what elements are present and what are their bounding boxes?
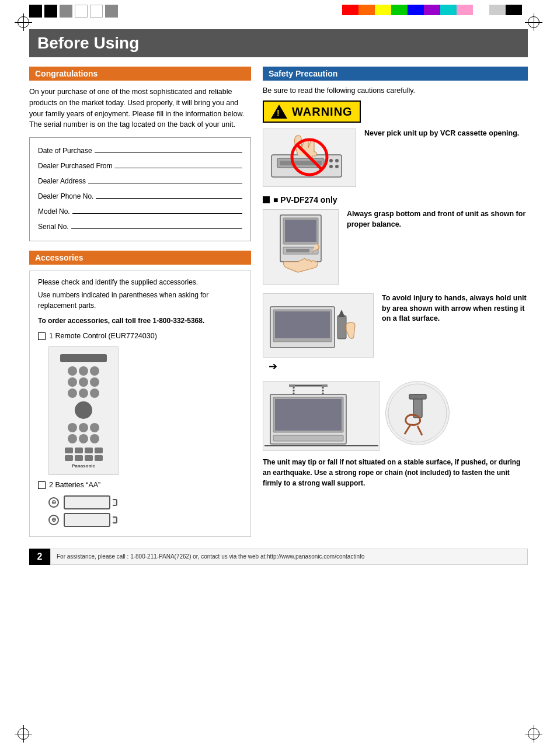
- remote-control-item: 1 Remote Control (EUR7724030): [38, 331, 242, 342]
- safety-header: Safety Precaution: [263, 67, 528, 81]
- earthquake-image: [263, 381, 380, 451]
- caution-2: Always grasp bottom and front of unit as…: [263, 209, 528, 285]
- info-line: [114, 160, 242, 168]
- remote-button-grid: [68, 366, 99, 398]
- info-row: Dealer Address: [38, 174, 242, 188]
- caution-2-text: Always grasp bottom and front of unit as…: [347, 209, 528, 230]
- battery-circle-1: ⊕: [48, 497, 59, 508]
- no-cassette-svg: [266, 131, 353, 184]
- info-line: [96, 190, 242, 199]
- info-label: Dealer Purchased From: [38, 159, 112, 173]
- info-row: Serial No.: [38, 220, 242, 234]
- svg-rect-22: [273, 435, 343, 441]
- caution-2-image: [263, 209, 339, 285]
- right-column: Safety Precaution Be sure to read the fo…: [263, 67, 528, 537]
- info-row: Date of Purchase: [38, 144, 242, 158]
- remote-bottom-buttons: [65, 448, 103, 461]
- svg-marker-18: [338, 310, 345, 317]
- pv-square-icon: [263, 196, 270, 203]
- battery-body-2: [64, 513, 110, 527]
- svg-point-4: [335, 159, 339, 162]
- svg-rect-21: [275, 399, 342, 431]
- bottom-bar: 2 For assistance, please call : 1-800-21…: [29, 549, 528, 565]
- batteries-checkbox[interactable]: [38, 481, 46, 489]
- left-column: Congratulations On your purchase of one …: [29, 67, 251, 537]
- svg-point-6: [335, 165, 339, 168]
- color-bar: [342, 5, 522, 15]
- info-fields-box: Date of PurchaseDealer Purchased FromDea…: [29, 137, 251, 241]
- remote-checkbox[interactable]: [38, 332, 46, 340]
- pv-label: ■ PV-DF274 only: [273, 195, 337, 204]
- arrow-marker: ➔: [269, 360, 374, 373]
- rope-closeup-svg: [387, 383, 448, 444]
- batteries-item: 2 Batteries “AA”: [38, 480, 242, 491]
- info-label: Serial No.: [38, 220, 69, 234]
- battery-tip-1: [113, 499, 117, 506]
- remote-brand: Panasonic: [72, 463, 95, 470]
- info-label: Dealer Phone No.: [38, 189, 93, 203]
- congratulations-body: On your purchase of one of the most soph…: [29, 86, 251, 130]
- reg-mark-top-right: [528, 16, 539, 28]
- battery-1: ⊕: [48, 495, 242, 509]
- accessories-body1: Please check and identify the supplied a…: [38, 277, 242, 287]
- info-row: Dealer Phone No.: [38, 189, 242, 203]
- info-row: Model No.: [38, 204, 242, 219]
- pv-header: ■ PV-DF274 only: [263, 195, 528, 204]
- info-line: [72, 206, 242, 214]
- rope-closeup-image: [385, 381, 450, 445]
- battery-2: ⊕: [48, 513, 242, 527]
- remote-direction-pad: [75, 401, 92, 419]
- caution-1: Never pick unit up by VCR cassette openi…: [263, 129, 528, 187]
- info-row: Dealer Purchased From: [38, 159, 242, 173]
- warning-box: WARNING: [263, 100, 361, 123]
- svg-rect-26: [289, 384, 295, 387]
- flat-surface-svg: [264, 295, 373, 356]
- caution-3-text: To avoid injury to hands, always hold un…: [382, 293, 528, 324]
- reg-mark-top-left: [18, 16, 29, 28]
- page-number: 2: [29, 549, 50, 565]
- info-line: [88, 175, 242, 183]
- caution-3: ➔ To avoid injury to hands, always hold …: [263, 293, 528, 373]
- grasp-svg: [266, 209, 336, 285]
- info-line: [95, 145, 242, 153]
- svg-rect-27: [322, 384, 328, 387]
- remote-top: [60, 354, 107, 362]
- earthquake-svg: [264, 383, 378, 450]
- accessories-body2: Use numbers indicated in parentheses whe…: [38, 290, 242, 311]
- svg-rect-16: [275, 311, 330, 338]
- battery-circle-2: ⊕: [48, 515, 59, 525]
- warning-triangle-icon: [271, 105, 287, 119]
- accessories-header: Accessories: [29, 251, 251, 265]
- remote-label: 1 Remote Control (EUR7724030): [49, 331, 157, 342]
- remote-button-grid-2: [68, 423, 99, 443]
- two-column-layout: Congratulations On your purchase of one …: [29, 67, 528, 537]
- remote-control-image: Panasonic: [48, 346, 119, 475]
- svg-rect-13: [286, 249, 309, 252]
- info-label: Dealer Address: [38, 174, 86, 188]
- page-title: Before Using: [29, 29, 528, 57]
- svg-rect-17: [337, 315, 346, 339]
- info-label: Date of Purchase: [38, 144, 92, 158]
- info-line: [71, 221, 242, 229]
- battery-tip-2: [113, 516, 117, 523]
- reg-mark-bottom-right: [528, 728, 539, 740]
- accessories-order-text: To order accessories, call toll free 1-8…: [38, 315, 242, 326]
- caution-1-text: Never pick unit up by VCR cassette openi…: [364, 129, 519, 139]
- bottom-notice: For assistance, please call : 1-800-211-…: [50, 549, 528, 565]
- svg-rect-11: [285, 220, 316, 242]
- main-content: Before Using Congratulations On your pur…: [29, 29, 528, 733]
- safety-intro: Be sure to read the following cautions c…: [263, 86, 528, 95]
- caution-1-image: [263, 129, 356, 187]
- congratulations-header: Congratulations: [29, 67, 251, 81]
- info-label: Model No.: [38, 204, 70, 219]
- warning-label: WARNING: [292, 105, 353, 119]
- battery-body-1: [64, 495, 110, 509]
- accessories-box: Please check and identify the supplied a…: [29, 271, 251, 537]
- bottom-safety-row: [263, 381, 528, 451]
- svg-rect-31: [409, 394, 426, 399]
- safety-bottom-text: The unit may tip or fall if not situated…: [263, 457, 528, 488]
- caution-3-image: [263, 293, 374, 358]
- battery-images: ⊕ ⊕: [48, 495, 242, 527]
- svg-point-3: [329, 159, 333, 162]
- svg-point-5: [329, 165, 333, 168]
